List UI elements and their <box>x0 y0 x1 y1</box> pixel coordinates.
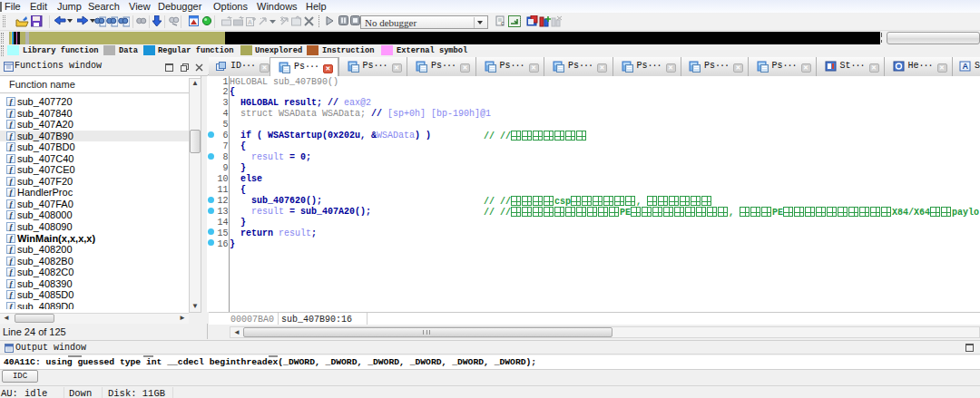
svg-text:A: A <box>963 62 969 71</box>
svg-text:c: c <box>501 20 505 26</box>
svg-text:A: A <box>248 19 252 25</box>
